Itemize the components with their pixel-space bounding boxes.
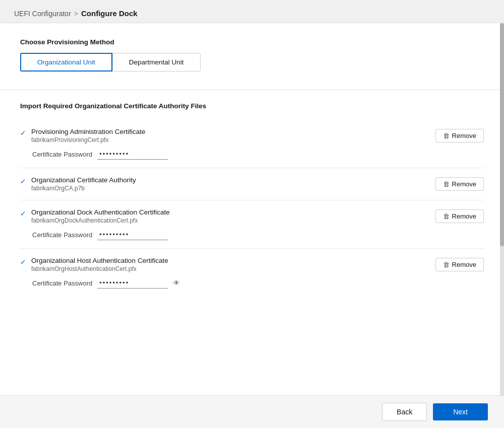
- remove-label: Remove: [452, 212, 476, 220]
- remove-label: Remove: [452, 132, 476, 139]
- footer: Back Next: [0, 395, 504, 428]
- provisioning-tabs: Organizational Unit Departmental Unit: [20, 53, 484, 72]
- trash-icon: 🗑: [443, 212, 450, 220]
- check-icon-provisioning-admin: ✓: [20, 129, 26, 137]
- cert-item-org-host-auth: ✓ Organizational Host Authentication Cer…: [20, 249, 484, 297]
- password-label: Certificate Password: [32, 279, 92, 287]
- provisioning-section-title: Choose Provisioning Method: [20, 38, 484, 46]
- cert-name-org-host-auth: Organizational Host Authentication Certi…: [31, 257, 168, 264]
- breadcrumb: UEFI Configurator > Configure Dock: [0, 0, 504, 23]
- remove-label: Remove: [452, 180, 476, 188]
- breadcrumb-page: Configure Dock: [81, 9, 138, 18]
- cert-filename-org-ca: fabrikamOrgCA.p7b: [31, 185, 136, 192]
- trash-icon: 🗑: [443, 261, 450, 268]
- main-content: Choose Provisioning Method Organizationa…: [0, 23, 504, 395]
- cert-info-org-dock-auth: ✓ Organizational Dock Authentication Cer…: [20, 208, 170, 224]
- cert-name-provisioning-admin: Provisioning Administration Certificate: [31, 128, 146, 135]
- cert-info-provisioning-admin: ✓ Provisioning Administration Certificat…: [20, 128, 146, 144]
- cert-item-org-dock-auth: ✓ Organizational Dock Authentication Cer…: [20, 200, 484, 249]
- trash-icon: 🗑: [443, 132, 450, 139]
- check-icon-org-ca: ✓: [20, 177, 26, 185]
- check-icon-org-dock-auth: ✓: [20, 209, 26, 218]
- cert-info-org-ca: ✓ Organizational Certificate Authority f…: [20, 176, 136, 192]
- section-divider: [0, 90, 504, 90]
- remove-label: Remove: [452, 261, 476, 268]
- cert-info-org-host-auth: ✓ Organizational Host Authentication Cer…: [20, 257, 168, 272]
- certificates-section-title: Import Required Organizational Certifica…: [20, 102, 484, 110]
- eye-icon[interactable]: 👁: [173, 279, 180, 287]
- password-label: Certificate Password: [32, 231, 92, 239]
- password-input-provisioning-admin[interactable]: [97, 149, 168, 160]
- breadcrumb-app: UEFI Configurator: [14, 10, 71, 18]
- back-button[interactable]: Back: [382, 403, 427, 421]
- remove-button-provisioning-admin[interactable]: 🗑 Remove: [435, 129, 484, 142]
- password-row-provisioning-admin: Certificate Password: [32, 149, 484, 160]
- trash-icon: 🗑: [443, 180, 450, 188]
- cert-filename-org-host-auth: fabrikamOrgHostAuthenticationCert.pfx: [31, 265, 168, 272]
- cert-name-org-ca: Organizational Certificate Authority: [31, 176, 136, 184]
- cert-filename-provisioning-admin: fabrikamProvisioningCert.pfx: [31, 136, 146, 144]
- breadcrumb-separator: >: [74, 10, 78, 18]
- cert-name-org-dock-auth: Organizational Dock Authentication Certi…: [31, 208, 170, 216]
- tab-departmental-unit[interactable]: Departmental Unit: [112, 53, 201, 72]
- remove-button-org-ca[interactable]: 🗑 Remove: [435, 177, 484, 191]
- password-row-org-dock-auth: Certificate Password: [32, 229, 484, 240]
- cert-item-provisioning-admin: ✓ Provisioning Administration Certificat…: [20, 120, 484, 168]
- scrollable-area: Choose Provisioning Method Organizationa…: [0, 23, 504, 395]
- password-label: Certificate Password: [32, 151, 92, 158]
- password-input-org-host-auth[interactable]: [97, 277, 168, 289]
- tab-organizational-unit[interactable]: Organizational Unit: [20, 53, 112, 72]
- password-row-org-host-auth: Certificate Password 👁: [32, 277, 484, 289]
- next-button[interactable]: Next: [433, 403, 488, 420]
- password-input-org-dock-auth[interactable]: [97, 229, 168, 240]
- check-icon-org-host-auth: ✓: [20, 258, 26, 266]
- scrollbar-thumb: [500, 23, 504, 246]
- remove-button-org-host-auth[interactable]: 🗑 Remove: [435, 258, 484, 271]
- cert-filename-org-dock-auth: fabrikamOrgDockAuthenticationCert.pfx: [31, 217, 170, 224]
- cert-item-org-ca: ✓ Organizational Certificate Authority f…: [20, 168, 484, 200]
- remove-button-org-dock-auth[interactable]: 🗑 Remove: [435, 209, 484, 223]
- scrollbar-track: [500, 23, 504, 395]
